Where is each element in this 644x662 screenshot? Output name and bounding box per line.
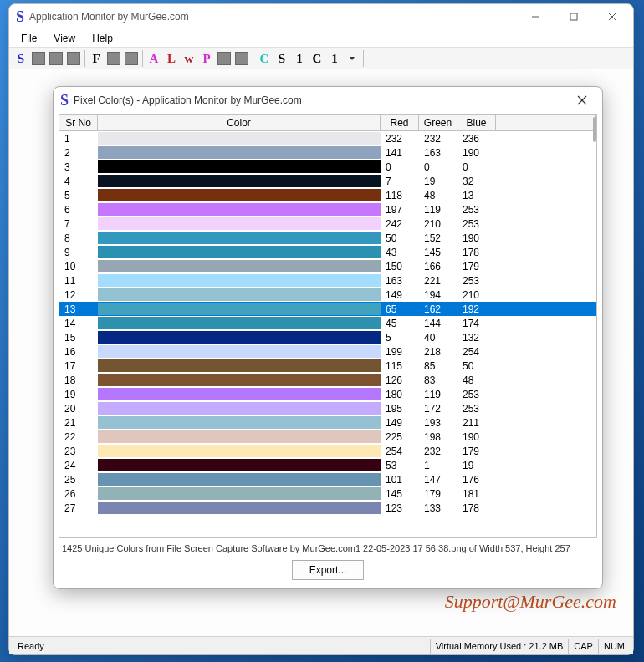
table-row[interactable]: 51184813 — [59, 188, 596, 202]
toolbar-btn-w[interactable]: w — [181, 50, 197, 67]
cell-blue: 253 — [457, 387, 496, 401]
color-swatch — [98, 288, 381, 301]
cell-blue: 0 — [457, 160, 496, 174]
menu-help[interactable]: Help — [84, 31, 121, 46]
cell-srno: 25 — [59, 472, 98, 486]
cell-blue: 178 — [457, 501, 496, 515]
table-row[interactable]: 20195172253 — [59, 401, 596, 415]
cell-srno: 11 — [59, 273, 98, 288]
table-row[interactable]: 12149194210 — [59, 288, 596, 302]
toolbar-btn-c1[interactable]: C — [256, 50, 273, 67]
table-row[interactable]: 471932 — [59, 174, 596, 188]
cell-color — [98, 401, 381, 415]
toolbar-btn-f[interactable]: F — [88, 50, 105, 67]
cell-srno: 9 — [59, 245, 98, 259]
color-swatch — [98, 402, 381, 415]
toolbar-btn-l[interactable]: L — [163, 50, 180, 67]
menu-file[interactable]: File — [13, 31, 45, 46]
table-row[interactable]: 943145178 — [59, 245, 596, 259]
table-row[interactable]: 19180119253 — [59, 387, 596, 401]
header-srno[interactable]: Sr No — [59, 115, 98, 130]
cell-red: 53 — [381, 458, 419, 472]
cell-color — [98, 430, 381, 444]
table-row[interactable]: 10150166179 — [59, 259, 596, 273]
grid-body[interactable]: 1232232236214116319030004719325118481361… — [59, 131, 596, 537]
cell-red: 149 — [381, 415, 419, 430]
scrollbar-thumb[interactable] — [593, 117, 596, 142]
color-swatch — [98, 487, 381, 500]
table-row[interactable]: 11163221253 — [59, 273, 596, 288]
header-color[interactable]: Color — [98, 115, 381, 130]
cell-green: 119 — [419, 387, 457, 401]
toolbar-btn-gray2[interactable] — [48, 50, 64, 67]
table-row[interactable]: 16199218254 — [59, 344, 596, 359]
color-swatch — [98, 430, 381, 443]
table-row[interactable]: 2453119 — [59, 458, 596, 472]
toolbar-btn-1b[interactable]: 1 — [326, 50, 343, 67]
toolbar-btn-gray5[interactable] — [123, 50, 140, 67]
table-row[interactable]: 2141163190 — [59, 145, 596, 160]
cell-red: 5 — [381, 330, 419, 344]
table-row[interactable]: 171158550 — [59, 359, 596, 373]
color-swatch — [98, 217, 381, 230]
table-row[interactable]: 1365162192 — [59, 302, 596, 316]
toolbar-btn-a[interactable]: A — [146, 50, 162, 67]
cell-color — [98, 444, 381, 458]
table-row[interactable]: 25101147176 — [59, 472, 596, 486]
toolbar-btn-gray7[interactable] — [233, 50, 250, 67]
toolbar-btn-gray6[interactable] — [216, 50, 233, 67]
table-row[interactable]: 23254232179 — [59, 444, 596, 458]
table-row[interactable]: 1445144174 — [59, 316, 596, 330]
cell-red: 45 — [381, 316, 419, 330]
table-row[interactable]: 22225198190 — [59, 430, 596, 444]
color-swatch — [98, 459, 381, 471]
cell-green: 119 — [419, 202, 457, 216]
cell-blue: 181 — [457, 486, 496, 501]
cell-blue: 192 — [457, 302, 496, 316]
table-row[interactable]: 181268348 — [59, 373, 596, 387]
toolbar-btn-gray3[interactable] — [65, 50, 82, 67]
toolbar-btn-gray4[interactable] — [105, 50, 122, 67]
cell-srno: 23 — [59, 444, 98, 458]
svg-rect-1 — [570, 13, 577, 20]
cell-green: 85 — [419, 359, 457, 373]
header-red[interactable]: Red — [381, 115, 419, 130]
table-row[interactable]: 26145179181 — [59, 486, 596, 501]
cell-blue: 253 — [457, 401, 496, 415]
toolbar-btn-c2[interactable]: C — [309, 50, 325, 67]
cell-blue: 253 — [457, 202, 496, 216]
toolbar-btn-s2[interactable]: S — [273, 50, 290, 67]
dialog-close-button[interactable] — [569, 89, 595, 112]
color-swatch — [98, 374, 381, 386]
color-swatch — [98, 246, 381, 258]
cell-blue: 176 — [457, 472, 496, 486]
table-row[interactable]: 6197119253 — [59, 202, 596, 216]
header-green[interactable]: Green — [419, 115, 457, 130]
grid-scrollbar[interactable] — [592, 117, 597, 527]
table-row[interactable]: 27123133178 — [59, 501, 596, 515]
toolbar-btn-p[interactable]: P — [198, 50, 215, 67]
minimize-button[interactable] — [516, 5, 555, 28]
toolbar-btn-1a[interactable]: 1 — [291, 50, 308, 67]
cell-color — [98, 202, 381, 216]
table-row[interactable]: 3000 — [59, 160, 596, 174]
cell-green: 210 — [419, 216, 457, 231]
color-swatch — [98, 232, 381, 244]
menu-view[interactable]: View — [45, 31, 84, 46]
maximize-button[interactable] — [555, 5, 593, 28]
table-row[interactable]: 850152190 — [59, 231, 596, 245]
toolbar-btn-dropdown[interactable] — [344, 50, 360, 67]
export-button[interactable]: Export... — [292, 560, 365, 580]
cell-green: 133 — [419, 501, 457, 515]
table-row[interactable]: 21149193211 — [59, 415, 596, 430]
cell-srno: 2 — [59, 145, 98, 160]
close-button[interactable] — [593, 5, 631, 28]
toolbar-btn-gray1[interactable] — [30, 50, 47, 67]
table-row[interactable]: 7242210253 — [59, 216, 596, 231]
cell-green: 193 — [419, 415, 457, 430]
cell-blue: 210 — [457, 288, 496, 302]
header-blue[interactable]: Blue — [457, 115, 496, 130]
table-row[interactable]: 1232232236 — [59, 131, 596, 145]
toolbar-btn-s1[interactable]: S — [13, 50, 29, 67]
table-row[interactable]: 15540132 — [59, 330, 596, 344]
